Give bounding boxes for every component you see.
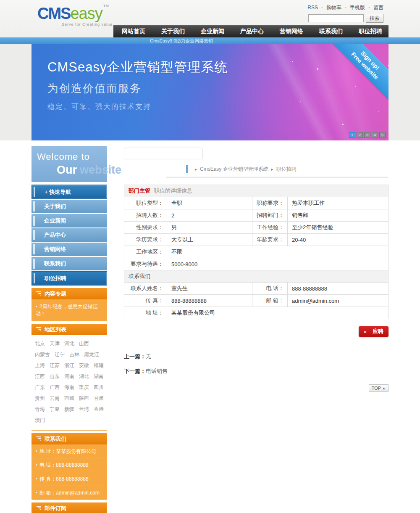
region-link[interactable]: 江苏 [50, 362, 60, 369]
sidebar-menu-item[interactable]: 企业新闻 [32, 214, 107, 227]
top-link[interactable]: 手机版 [341, 5, 365, 11]
region-link[interactable]: 天津 [50, 340, 60, 347]
welcome-website: website [80, 164, 121, 176]
breadcrumb-arrow-icon: ▸ [195, 167, 197, 172]
field-label: 传 真： [124, 295, 167, 307]
search-button[interactable]: 搜索 [366, 14, 383, 23]
region-link[interactable]: 河南 [64, 373, 74, 380]
banner-page-button[interactable]: 2 [357, 132, 363, 138]
field-value: 热爱本职工作 [288, 197, 388, 209]
region-link[interactable]: 重庆 [79, 384, 89, 391]
top-link[interactable]: 购物车 [318, 5, 341, 11]
contact-item: 电 话：888-88888888 [32, 458, 107, 472]
field-label: 要求与待遇： [124, 258, 167, 270]
top-links: RSS购物车手机版留言 [307, 4, 383, 11]
region-link[interactable]: 四川 [94, 384, 104, 391]
topics-title: 内容专题 [45, 290, 66, 298]
region-link[interactable]: 黑龙江 [84, 351, 99, 358]
region-link[interactable]: 青海 [35, 406, 45, 413]
breadcrumb-home[interactable]: CmsEasy 企业营销型管理系统 [200, 166, 268, 173]
region-link[interactable]: 台湾 [79, 406, 89, 413]
logo: CMSeasyTM Serve for Creating value [37, 3, 113, 26]
regions-title: 地区列表 [45, 326, 66, 333]
logo-tm: TM [103, 4, 109, 8]
region-link[interactable]: 湖南 [94, 373, 104, 380]
field-value: 5000-8000 [167, 258, 388, 270]
nav-item[interactable]: 营销网络 [280, 28, 303, 35]
nav-item[interactable]: 联系我们 [319, 28, 343, 35]
nav-item[interactable]: 关于我们 [161, 28, 185, 35]
region-link[interactable]: 香港 [94, 406, 104, 413]
field-value: 大专以上 [167, 234, 252, 246]
region-link[interactable]: 甘肃 [94, 395, 104, 402]
sidebar: Welcome to Ourwebsite + 快速导航 关于我们企业新闻产品中… [32, 146, 107, 513]
region-link[interactable]: 陕西 [79, 395, 89, 402]
topics-widget: 内容专题 2周年纪念，感恩大促销活动！ [32, 288, 107, 321]
subscribe-header: 邮件订阅 [32, 502, 107, 513]
region-link[interactable]: 广西 [50, 384, 60, 391]
contact-section-title: 联系我们 [124, 270, 388, 283]
search-input[interactable] [308, 14, 364, 22]
nav-item[interactable]: 职位招聘 [359, 28, 382, 35]
table-row: 职位类型： 全职 职称要求： 热爱本职工作 [124, 197, 388, 209]
region-link[interactable]: 北京 [35, 340, 45, 347]
top-link[interactable]: 留言 [365, 5, 383, 11]
contact-header: 联系我们 [32, 433, 107, 444]
region-link[interactable]: 新疆 [64, 406, 74, 413]
regions-list: 北京天津河北山西内蒙古辽宁吉林黑龙江上海江苏浙江安徽福建江西山东河南湖北湖南广东… [32, 335, 107, 431]
topic-item[interactable]: 2周年纪念，感恩大促销活动！ [32, 299, 107, 321]
region-link[interactable]: 上海 [35, 362, 45, 369]
contact-widget: 联系我们 地 址：某某股份有限公司电 话：888-88888888传 真：888… [32, 433, 107, 500]
region-link[interactable]: 辽宁 [55, 351, 65, 358]
nav-item[interactable]: 产品中心 [240, 28, 264, 35]
banner-page-button[interactable]: 4 [372, 132, 378, 138]
banner-page-button[interactable]: 1 [349, 132, 355, 138]
region-link[interactable]: 福建 [94, 362, 104, 369]
region-link[interactable]: 广东 [35, 384, 45, 391]
region-link[interactable]: 云南 [50, 395, 60, 402]
region-link[interactable]: 贵州 [35, 395, 45, 402]
topics-header: 内容专题 [32, 288, 107, 299]
field-label: 招聘人数： [124, 209, 167, 222]
field-value: 2 [167, 209, 252, 222]
region-link[interactable]: 海南 [64, 384, 74, 391]
nav-item[interactable]: 企业新闻 [201, 28, 224, 35]
region-link[interactable]: 江西 [35, 373, 45, 380]
field-label: 年龄要求： [252, 234, 288, 246]
subscribe-widget: 邮件订阅 确认 [32, 502, 107, 513]
banner-pagination: 12345 [349, 132, 386, 138]
region-link[interactable]: 宁夏 [50, 406, 60, 413]
sidebar-menu-item[interactable]: 产品中心 [32, 228, 107, 242]
region-link[interactable]: 山西 [79, 340, 89, 347]
quick-nav-header[interactable]: + 快速导航 [32, 185, 107, 199]
subscribe-title: 邮件订阅 [45, 505, 66, 512]
next-article-link[interactable]: 电话销售 [146, 368, 168, 374]
welcome-box: Welcome to Ourwebsite [32, 146, 107, 182]
sidebar-menu-item[interactable]: 关于我们 [32, 200, 107, 213]
region-link[interactable]: 河北 [64, 340, 74, 347]
region-link[interactable]: 安徽 [79, 362, 89, 369]
top-link[interactable]: RSS [307, 5, 318, 11]
logo-easy-text: easy [70, 5, 102, 22]
sidebar-menu-item[interactable]: 营销网络 [32, 243, 107, 256]
region-link[interactable]: 浙江 [64, 362, 74, 369]
banner-page-button[interactable]: 3 [364, 132, 370, 138]
welcome-line2: Ourwebsite [57, 164, 121, 177]
signup-ribbon[interactable]: Sign up! Free website [328, 44, 388, 102]
table-row: 性别要求： 男 工作经验： 至少2年销售经验 [124, 222, 388, 234]
field-value: 男 [167, 222, 252, 234]
nav-item[interactable]: 网站首页 [122, 28, 145, 35]
back-to-top-button[interactable]: TOP ▲ [369, 384, 388, 392]
region-link[interactable]: 山东 [50, 373, 60, 380]
sidebar-menu-item[interactable]: 职位招聘 [32, 271, 107, 286]
field-label: 地 址： [124, 307, 167, 319]
region-link[interactable]: 西藏 [64, 395, 74, 402]
sidebar-menu-item[interactable]: 联系我们 [32, 257, 107, 270]
region-link[interactable]: 湖北 [79, 373, 89, 380]
region-link[interactable]: 澳门 [35, 417, 45, 424]
region-link[interactable]: 吉林 [69, 351, 79, 358]
banner-page-button[interactable]: 5 [379, 132, 386, 138]
apply-button[interactable]: « 应聘 [359, 326, 388, 337]
region-link[interactable]: 内蒙古 [35, 351, 50, 358]
breadcrumb-current[interactable]: 职位招聘 [276, 166, 297, 173]
